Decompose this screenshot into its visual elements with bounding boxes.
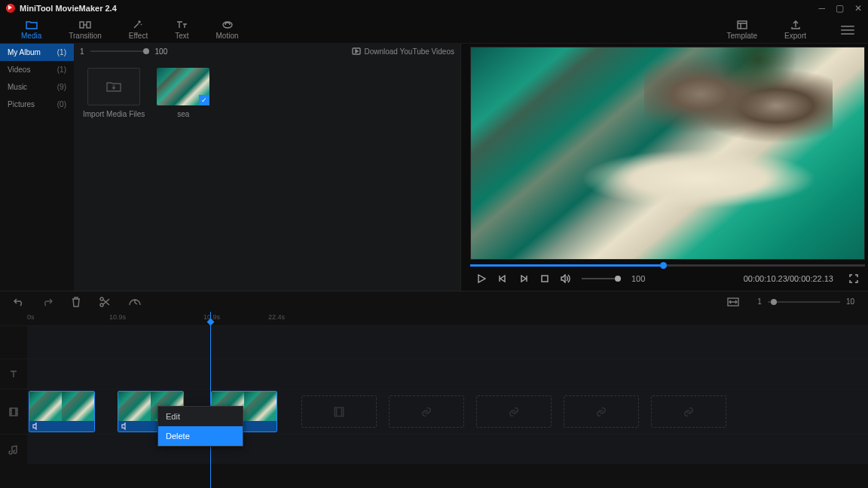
context-menu: Edit Delete <box>157 406 243 447</box>
tab-media-label: Media <box>21 32 41 40</box>
clip-placeholder[interactable] <box>651 395 726 428</box>
export-button[interactable]: Export <box>771 18 820 41</box>
clip-placeholder[interactable] <box>389 395 464 428</box>
spacer-track <box>0 325 868 358</box>
preview-canvas[interactable] <box>470 47 865 260</box>
play-icon <box>477 274 486 283</box>
redo-button[interactable] <box>42 297 53 307</box>
export-icon <box>790 20 802 30</box>
prev-frame-icon <box>498 274 507 283</box>
context-delete[interactable]: Delete <box>158 426 243 446</box>
export-label: Export <box>784 32 806 40</box>
timeline-toolbar: 1 10 <box>0 291 868 312</box>
import-folder-icon <box>106 81 121 93</box>
tab-media[interactable]: Media <box>8 18 55 41</box>
tab-effect[interactable]: Effect <box>115 18 161 41</box>
clip-placeholder[interactable] <box>476 395 552 428</box>
ruler-mark: 10.9s <box>109 313 126 321</box>
ruler-mark: 22.4s <box>268 313 285 321</box>
speed-button[interactable] <box>128 297 142 307</box>
media-clip-label: sea <box>177 110 189 118</box>
svg-rect-0 <box>80 22 84 28</box>
download-icon <box>352 47 361 55</box>
ruler-mark: 0s <box>27 313 35 321</box>
motion-icon <box>222 20 234 30</box>
split-button[interactable] <box>99 297 110 307</box>
volume-button[interactable] <box>561 273 571 284</box>
next-frame-icon <box>519 274 528 283</box>
thumb-zoom-max: 100 <box>155 47 168 56</box>
link-icon <box>509 407 519 417</box>
download-youtube-label: Download YouTube Videos <box>364 47 454 56</box>
fullscreen-icon <box>849 274 858 283</box>
close-button[interactable]: ✕ <box>854 3 862 14</box>
undo-button[interactable] <box>14 297 24 307</box>
volume-value: 100 <box>631 274 645 283</box>
clip-audio-icon <box>121 422 129 430</box>
template-button[interactable]: Template <box>714 18 772 41</box>
sidebar-item-count: (0) <box>57 100 66 108</box>
menu-button[interactable] <box>835 20 860 40</box>
app-title: MiniTool MovieMaker 2.4 <box>20 4 117 13</box>
volume-slider[interactable] <box>582 278 621 279</box>
stop-icon <box>540 274 549 283</box>
prev-frame-button[interactable] <box>497 273 508 284</box>
timeline-ruler[interactable]: 0s 10.9s 10.9s 22.4s <box>0 312 868 325</box>
tab-transition[interactable]: Transition <box>55 18 115 41</box>
audio-track-icon <box>0 435 27 464</box>
sidebar-item-videos[interactable]: Videos (1) <box>0 61 74 78</box>
video-track-icon <box>0 389 27 434</box>
media-thumbnail <box>157 68 209 105</box>
sidebar-item-album[interactable]: My Album (1) <box>0 44 74 61</box>
main-toolbar: Media Transition Effect Text Motion Temp… <box>0 17 868 44</box>
import-media-label: Import Media Files <box>83 110 145 118</box>
thumb-zoom-min: 1 <box>80 47 84 56</box>
audio-track[interactable] <box>0 434 868 464</box>
fit-button[interactable] <box>727 297 739 307</box>
sidebar-item-label: Videos <box>8 66 30 74</box>
tab-motion-label: Motion <box>216 32 239 40</box>
thumb-zoom-slider[interactable] <box>90 50 149 52</box>
timeline: 0s 10.9s 10.9s 22.4s <box>0 312 868 488</box>
delete-button[interactable] <box>71 297 81 307</box>
sidebar-item-music[interactable]: Music (9) <box>0 78 74 96</box>
svg-rect-3 <box>738 21 747 29</box>
timeline-zoom-max: 10 <box>846 297 854 306</box>
fullscreen-button[interactable] <box>848 273 859 284</box>
playback-progress[interactable] <box>470 264 865 267</box>
clip-placeholder[interactable] <box>301 395 377 428</box>
timeline-zoom-slider[interactable] <box>768 301 840 303</box>
folder-icon <box>26 20 38 30</box>
playhead[interactable] <box>210 312 211 488</box>
sidebar-item-pictures[interactable]: Pictures (0) <box>0 96 74 113</box>
download-youtube-button[interactable]: Download YouTube Videos <box>352 47 454 56</box>
template-icon <box>736 20 748 30</box>
timecode: 00:00:10.23/00:00:22.13 <box>744 274 833 283</box>
sidebar-item-count: (1) <box>57 66 66 74</box>
text-icon <box>176 20 188 30</box>
play-button[interactable] <box>476 273 487 284</box>
tab-motion[interactable]: Motion <box>203 18 252 41</box>
tab-text[interactable]: Text <box>161 18 202 41</box>
link-icon <box>421 407 432 417</box>
text-track-icon <box>0 359 27 389</box>
tab-text-label: Text <box>175 32 188 40</box>
preview-panel: 100 00:00:10.23/00:00:22.13 <box>461 44 868 291</box>
sidebar-item-count: (1) <box>57 48 66 56</box>
timeline-clip[interactable] <box>29 391 95 432</box>
media-clip-sea[interactable]: sea <box>157 68 209 118</box>
svg-rect-1 <box>87 22 90 28</box>
template-label: Template <box>727 32 758 40</box>
context-edit[interactable]: Edit <box>158 407 243 426</box>
transition-icon <box>79 20 91 30</box>
import-media-button[interactable]: Import Media Files <box>83 68 145 118</box>
minimize-button[interactable]: ─ <box>818 3 825 14</box>
clip-placeholder[interactable] <box>564 395 639 428</box>
maximize-button[interactable]: ▢ <box>836 3 844 14</box>
next-frame-button[interactable] <box>518 273 529 284</box>
text-track[interactable] <box>0 358 868 389</box>
video-track[interactable] <box>0 389 868 434</box>
sidebar-item-label: Pictures <box>8 100 35 108</box>
title-bar: MiniTool MovieMaker 2.4 ─ ▢ ✕ <box>0 0 868 17</box>
stop-button[interactable] <box>539 273 550 284</box>
